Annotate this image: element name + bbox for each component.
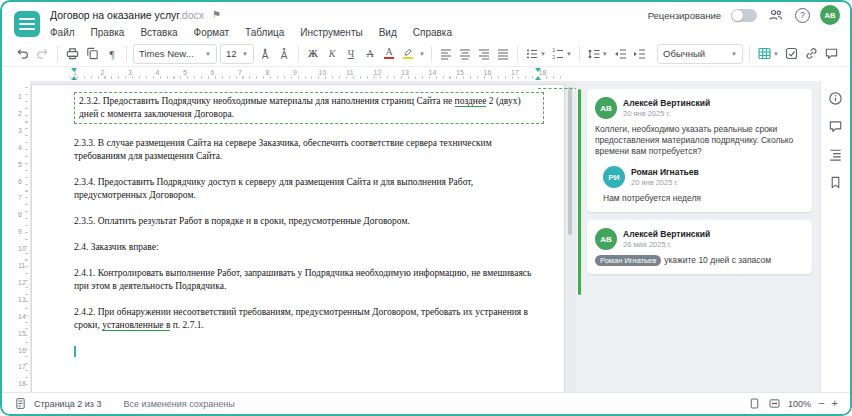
info-icon[interactable]	[828, 91, 843, 106]
add-comment-button[interactable]	[823, 44, 840, 64]
menu-file[interactable]: Файл	[50, 27, 75, 38]
paragraph-2-3-5[interactable]: 2.3.5. Оплатить результат Работ в порядк…	[74, 215, 544, 228]
strikethrough-button[interactable]: А	[362, 44, 378, 64]
comment-author: Алексей Вертинский	[623, 229, 710, 239]
comments-panel: АВ Алексей Вертинский 20 янв 2025 г. Кол…	[576, 81, 820, 392]
increase-font-button[interactable]: ▲А	[257, 44, 273, 64]
paragraph-2-4-1[interactable]: 2.4.1. Контролировать выполнение Работ, …	[74, 267, 544, 293]
headings-outline-icon[interactable]	[828, 147, 843, 162]
align-right-button[interactable]	[476, 44, 492, 64]
print-button[interactable]	[64, 44, 81, 64]
insert-link-button[interactable]	[803, 44, 820, 64]
comment-thread[interactable]: АВ Алексей Вертинский 20 янв 2025 г. Кол…	[587, 89, 812, 212]
commented-text[interactable]: позднее	[455, 96, 487, 107]
menu-tools[interactable]: Инструменты	[300, 27, 362, 38]
text-cursor	[74, 346, 76, 357]
app-logo-icon[interactable]	[14, 11, 40, 37]
ruler-number: 11	[346, 69, 353, 76]
document-title[interactable]: Договор на оказание услуг.docx	[50, 9, 204, 21]
zoom-out-button[interactable]: −	[818, 398, 824, 409]
page-indicator[interactable]: Страница 2 из 3	[34, 399, 101, 409]
decrease-indent-button[interactable]	[612, 44, 628, 64]
document-page[interactable]: 2.3.2. Предоставить Подрядчику необходим…	[32, 85, 564, 392]
side-panel-strip	[820, 81, 850, 392]
font-family-select[interactable]: Times New...▼	[133, 44, 217, 64]
ruler-number: 5	[18, 161, 22, 168]
menu-help[interactable]: Справка	[413, 27, 452, 38]
ruler-number: 12	[374, 69, 382, 76]
comments-icon[interactable]	[828, 119, 843, 134]
paragraph-2-3-4[interactable]: 2.3.4. Предоставить Подрядчику доступ к …	[74, 176, 544, 202]
paragraph-2-3-2[interactable]: 2.3.2. Предоставить Подрядчику необходим…	[74, 92, 544, 124]
ruler-number: 7	[238, 69, 242, 76]
fit-page-icon[interactable]	[748, 397, 761, 410]
fit-width-icon[interactable]	[768, 397, 781, 410]
bookmark-icon[interactable]	[828, 175, 843, 190]
vertical-scrollbar[interactable]	[568, 87, 572, 235]
checkbox-button[interactable]	[783, 44, 800, 64]
ruler-number: 7	[18, 194, 22, 201]
zoom-in-button[interactable]: +	[832, 398, 838, 409]
collaborators-icon[interactable]	[767, 5, 785, 25]
paragraph-style-select[interactable]: Обычный▼	[657, 44, 743, 64]
paragraph-2-4[interactable]: 2.4. Заказчик вправе:	[74, 241, 544, 254]
menu-insert[interactable]: Вставка	[140, 27, 177, 38]
svg-text:2: 2	[552, 54, 555, 60]
document-area[interactable]: 2.3.2. Предоставить Подрядчику необходим…	[30, 81, 576, 392]
increase-indent-button[interactable]	[631, 44, 647, 64]
main-area: 123456789101112131415161718 2.3.2. Предо…	[2, 81, 850, 392]
bullet-list-button[interactable]: ▼	[524, 44, 547, 64]
insert-table-button[interactable]: ▼	[756, 44, 780, 64]
ruler-number: 13	[401, 69, 409, 76]
font-size-select[interactable]: 12▼	[220, 44, 254, 64]
chevron-down-icon[interactable]: ▼	[419, 51, 425, 57]
help-button[interactable]: ?	[795, 8, 810, 23]
menu-table[interactable]: Таблица	[245, 27, 284, 38]
numbered-list-button[interactable]: 1 2 ▼	[550, 44, 573, 64]
document-extension: .docx	[179, 9, 204, 21]
paragraph-2-4-2[interactable]: 2.4.2. При обнаружении несоответствий тр…	[74, 306, 544, 332]
comment-reply[interactable]: РИ Роман Игнатьев 20 янв 2025 г. Нам пот…	[603, 166, 804, 204]
ruler-number: 4	[156, 69, 160, 76]
commented-text[interactable]: установленные в	[102, 320, 170, 331]
bold-button[interactable]: Ж	[305, 44, 321, 64]
redo-button[interactable]	[34, 44, 51, 64]
review-toggle[interactable]	[731, 9, 757, 22]
highlight-color-button[interactable]	[400, 44, 416, 64]
ruler-number: 10	[319, 69, 327, 76]
page-thumbnail-icon[interactable]	[14, 397, 27, 410]
paragraph-text: 2.3.2. Предоставить Подрядчику необходим…	[79, 96, 455, 106]
underline-button[interactable]: Ч	[343, 44, 359, 64]
mention-chip[interactable]: Роман Игнатьев	[595, 255, 661, 266]
ruler-number: 6	[18, 178, 22, 185]
decrease-font-button[interactable]: ▼А	[276, 44, 292, 64]
ruler-number: 1	[73, 69, 77, 76]
comment-thread[interactable]: АВ Алексей Вертинский 26 мая 2025 г. Ром…	[587, 220, 812, 274]
user-avatar[interactable]: АВ	[820, 5, 840, 25]
copy-button[interactable]	[84, 44, 101, 64]
align-left-button[interactable]	[438, 44, 454, 64]
menu-edit[interactable]: Правка	[91, 27, 125, 38]
italic-button[interactable]: К	[324, 44, 340, 64]
comment-author: Алексей Вертинский	[623, 98, 710, 108]
right-indent-marker[interactable]	[535, 76, 541, 80]
ruler-number: 8	[18, 211, 22, 218]
line-spacing-button[interactable]: ▼	[586, 44, 609, 64]
align-justify-button[interactable]	[495, 44, 511, 64]
comment-author: Роман Игнатьев	[631, 167, 699, 177]
ruler-number: 18	[539, 69, 547, 76]
font-color-button[interactable]: А	[381, 44, 397, 64]
ruler-number: 13	[18, 296, 26, 303]
ruler-number: 4	[18, 144, 22, 151]
flag-icon[interactable]: ⚑	[212, 10, 221, 20]
menu-view[interactable]: Вид	[379, 27, 397, 38]
ruler-number: 9	[18, 228, 22, 235]
undo-button[interactable]	[14, 44, 31, 64]
align-center-button[interactable]	[457, 44, 473, 64]
left-indent-marker[interactable]	[71, 76, 77, 80]
zoom-level[interactable]: 100%	[788, 399, 811, 409]
paragraph-2-3-3[interactable]: 2.3.3. В случае размещения Сайта на серв…	[74, 137, 544, 163]
ruler-number: 2	[18, 110, 22, 117]
nonprinting-characters-icon[interactable]: ¶	[104, 44, 120, 64]
menu-format[interactable]: Формат	[194, 27, 230, 38]
